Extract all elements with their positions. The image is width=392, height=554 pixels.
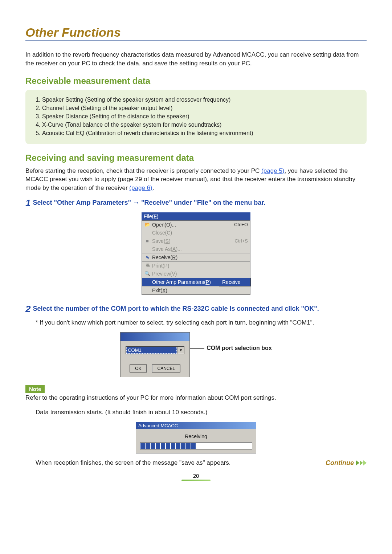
text: ) xyxy=(209,279,211,285)
menu-item-other-amp-parameters[interactable]: Other Amp Parameters(P) ▶ Receive xyxy=(142,278,250,286)
list-item: Acoustic Cal EQ (Calibration of reverb c… xyxy=(42,129,359,137)
text: Before starting the reception, check tha… xyxy=(25,167,261,174)
preview-icon: 🔍 xyxy=(144,271,151,276)
intro-paragraph: In addition to the reverb frequency char… xyxy=(25,50,367,68)
list-item: Channel Level (Setting of the speaker ou… xyxy=(42,104,359,112)
com-port-select[interactable]: COM1 ▼ xyxy=(126,346,184,354)
file-menu-title[interactable]: File(F) xyxy=(142,212,250,220)
continue-badge[interactable]: Continue xyxy=(326,459,367,467)
continue-arrow-icon xyxy=(356,460,367,465)
progress-bar xyxy=(140,442,252,449)
text: Preview( xyxy=(152,271,172,277)
text: )... xyxy=(170,222,176,228)
dialog-titlebar xyxy=(121,333,189,341)
progress-dialog: Advanced MCACC Receiving xyxy=(136,422,256,453)
link-page-5[interactable]: (page 5) xyxy=(261,167,284,174)
note-text: Refer to the operating instructions of y… xyxy=(25,394,367,402)
menu-item-print: 🖶 Print(P) xyxy=(142,262,250,270)
text: ) xyxy=(166,288,167,293)
progress-status: Receiving xyxy=(140,433,252,439)
progress-title: Advanced MCACC xyxy=(136,422,256,429)
note-badge: Note xyxy=(25,385,45,393)
menu-item-open[interactable]: 📂 Open(O)... Ctrl+O xyxy=(142,221,250,229)
section-receivable-heading: Receivable measurement data xyxy=(25,76,367,86)
text: Receive( xyxy=(152,254,172,260)
transmission-text: Data transmission starts. (It should fin… xyxy=(36,408,367,417)
com-port-value: COM1 xyxy=(126,347,177,354)
save-icon: ■ xyxy=(144,238,151,244)
step-text: "Receive" under "File" on the menu bar. xyxy=(139,199,265,206)
text: V xyxy=(172,271,175,277)
text: P xyxy=(164,263,167,269)
receive-icon: ∿ xyxy=(144,254,151,260)
text: Print( xyxy=(152,263,164,269)
ok-button[interactable]: OK xyxy=(130,364,147,372)
text: A xyxy=(172,246,176,252)
cancel-button[interactable]: CANCEL xyxy=(152,364,181,372)
shortcut: Ctrl+S xyxy=(235,238,248,244)
text: ) xyxy=(171,230,172,236)
text: S xyxy=(166,238,169,244)
shortcut: Ctrl+O xyxy=(234,222,248,227)
step-text: Select the number of the COM port to whi… xyxy=(33,304,367,313)
text: ) xyxy=(169,238,171,244)
page-number-underline xyxy=(181,480,211,481)
menu-item-exit[interactable]: Exit(X) xyxy=(142,286,250,294)
text: R xyxy=(172,254,176,260)
submenu: Receive xyxy=(219,278,251,286)
text: Open( xyxy=(152,222,166,228)
menu-item-save-as: Save As(A)... xyxy=(142,245,250,253)
dropdown-arrow-icon[interactable]: ▼ xyxy=(177,347,184,354)
text: Exit( xyxy=(152,288,162,293)
menu-item-preview: 🔍 Preview(V) xyxy=(142,270,250,278)
text: ) xyxy=(168,263,170,269)
submenu-item-receive[interactable]: Receive xyxy=(219,278,250,286)
arrow-icon: → xyxy=(133,199,139,206)
finish-text: When reception finishes, the screen of t… xyxy=(36,459,326,467)
text: File( xyxy=(144,213,154,219)
link-page-6[interactable]: (page 6) xyxy=(129,184,152,191)
step-number: 1 xyxy=(25,197,30,209)
continue-text: Continue xyxy=(326,459,354,467)
list-item: X-Curve (Tonal balance of the speaker sy… xyxy=(42,121,359,129)
text: X xyxy=(162,288,166,293)
menu-item-save: ■ Save(S) Ctrl+S xyxy=(142,237,250,245)
text: ) xyxy=(175,271,177,277)
section-receiving-heading: Receiving and saving measurement data xyxy=(25,153,367,163)
callout-line xyxy=(190,348,204,349)
text: ) xyxy=(157,213,159,219)
step-2: 2 Select the number of the COM port to w… xyxy=(25,304,367,315)
text: O xyxy=(166,222,170,228)
text: Save( xyxy=(152,238,166,244)
text: Close( xyxy=(152,230,167,236)
step-1: 1 Select "Other Amp Parameters" → "Recei… xyxy=(25,197,367,209)
text: ) xyxy=(176,254,177,260)
file-menu: File(F) 📂 Open(O)... Ctrl+O Close(C) xyxy=(142,212,250,295)
page-number-text: 20 xyxy=(181,473,211,479)
menu-item-close: Close(C) xyxy=(142,229,250,237)
receiving-paragraph: Before starting the reception, check tha… xyxy=(25,167,367,192)
text: C xyxy=(167,230,170,236)
text: Save As( xyxy=(152,246,172,252)
page-number: 20 xyxy=(181,473,211,481)
receivable-data-panel: Speaker Setting (Setting of the speaker … xyxy=(25,90,367,144)
menu-item-receive[interactable]: ∿ Receive(R) xyxy=(142,253,250,261)
com-port-dialog: COM1 ▼ OK CANCEL xyxy=(120,332,190,377)
text: . xyxy=(152,184,154,191)
text: Other Amp Parameters( xyxy=(152,279,206,285)
step-number: 2 xyxy=(25,304,30,315)
list-item: Speaker Setting (Setting of the speaker … xyxy=(42,95,359,104)
text: P xyxy=(206,279,209,285)
print-icon: 🖶 xyxy=(144,263,151,268)
step-2-hint: * If you don't know which port number to… xyxy=(36,318,367,327)
step-text: Select "Other Amp Parameters" xyxy=(33,199,133,206)
com-port-label: COM port selection box xyxy=(207,345,272,351)
text: )... xyxy=(176,246,181,252)
text: F xyxy=(154,213,157,219)
page-title: Other Functions xyxy=(25,25,367,41)
open-icon: 📂 xyxy=(144,222,151,227)
list-item: Speaker Distance (Setting of the distanc… xyxy=(42,112,359,121)
